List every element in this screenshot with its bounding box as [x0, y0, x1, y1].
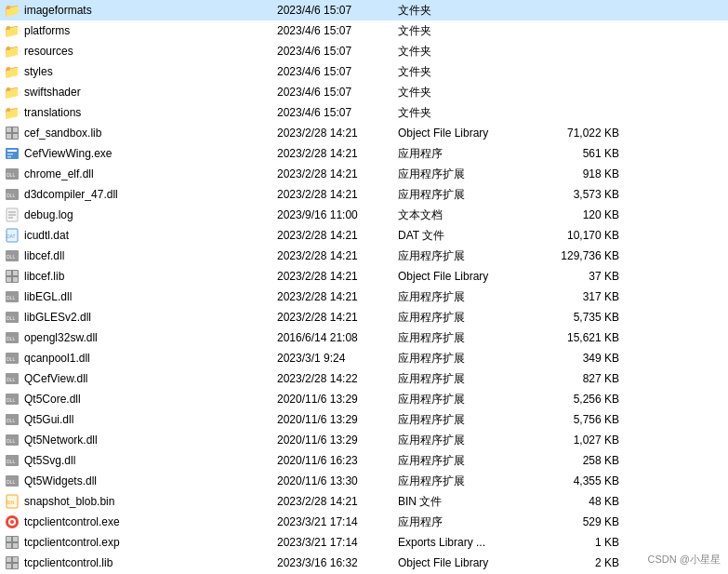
file-name-text: resources [24, 45, 73, 58]
file-row[interactable]: translations 2023/4/6 15:07 文件夹 [0, 102, 728, 123]
file-row[interactable]: BIN snapshot_blob.bin 2023/2/28 14:21 BI… [0, 491, 728, 512]
file-row[interactable]: DAT icudtl.dat 2023/2/28 14:21 DAT 文件 10… [0, 225, 728, 246]
file-name-text: qcanpool1.dll [24, 352, 90, 365]
svg-text:DLL: DLL [7, 418, 15, 423]
file-name-col: resources [4, 43, 273, 60]
file-name-text: libEGL.dll [24, 290, 72, 303]
file-name-col: DLL libGLESv2.dll [4, 309, 273, 326]
file-size: 258 KB [543, 454, 627, 467]
file-row[interactable]: swiftshader 2023/4/6 15:07 文件夹 [0, 82, 728, 102]
file-row[interactable]: CefViewWing.exe 2023/2/28 14:21 应用程序 561… [0, 143, 728, 164]
file-size: 2 KB [543, 556, 627, 569]
file-name-text: chrome_elf.dll [24, 167, 94, 180]
file-row[interactable]: DLL chrome_elf.dll 2023/2/28 14:21 应用程序扩… [0, 164, 728, 184]
file-type: 应用程序 [394, 146, 543, 162]
file-name-text: cef_sandbox.lib [24, 127, 101, 140]
watermark: CSDN @小星星 [648, 553, 721, 567]
file-size: 5,756 KB [543, 413, 627, 426]
svg-rect-8 [7, 156, 11, 158]
file-name-col: cef_sandbox.lib [4, 125, 273, 141]
folder-icon [4, 84, 20, 100]
file-date: 2016/6/14 21:08 [273, 331, 394, 344]
file-type: Object File Library [394, 270, 543, 283]
file-type: 文件夹 [394, 23, 543, 39]
file-type: Exports Library ... [394, 536, 543, 549]
file-list: imageformats 2023/4/6 15:07 文件夹 platform… [0, 0, 728, 574]
file-row[interactable]: DLL opengl32sw.dll 2016/6/14 21:08 应用程序扩… [0, 327, 728, 348]
file-row[interactable]: cef_sandbox.lib 2023/2/28 14:21 Object F… [0, 123, 728, 143]
file-name-col: DLL Qt5Svg.dll [4, 452, 273, 469]
file-size: 529 KB [543, 515, 627, 528]
file-size: 561 KB [543, 147, 627, 160]
file-row[interactable]: DLL d3dcompiler_47.dll 2023/2/28 14:21 应… [0, 184, 728, 205]
svg-rect-22 [7, 271, 11, 275]
file-row[interactable]: DLL QCefView.dll 2023/2/28 14:22 应用程序扩展 … [0, 368, 728, 389]
file-row[interactable]: DLL libEGL.dll 2023/2/28 14:21 应用程序扩展 31… [0, 287, 728, 307]
file-name-col: DLL Qt5Widgets.dll [4, 473, 273, 489]
file-type: 文件夹 [394, 3, 543, 19]
file-row[interactable]: tcpclientcontrol.exe 2023/3/21 17:14 应用程… [0, 512, 728, 532]
file-row[interactable]: DLL libGLESv2.dll 2023/2/28 14:21 应用程序扩展… [0, 307, 728, 327]
file-date: 2020/11/6 13:29 [273, 434, 394, 447]
file-row[interactable]: tcpclientcontrol.lib 2023/3/16 16:32 Obj… [0, 553, 728, 573]
dll-icon: DLL [4, 411, 20, 428]
file-date: 2023/2/28 14:21 [273, 311, 394, 324]
file-row[interactable]: DLL Qt5Gui.dll 2020/11/6 13:29 应用程序扩展 5,… [0, 409, 728, 430]
file-row[interactable]: DLL Qt5Widgets.dll 2020/11/6 13:30 应用程序扩… [0, 471, 728, 491]
lib-icon [4, 268, 20, 285]
svg-rect-1 [7, 127, 11, 132]
file-row[interactable]: imageformats 2023/4/6 15:07 文件夹 [0, 0, 728, 20]
file-name-text: Qt5Core.dll [24, 393, 81, 406]
svg-rect-7 [7, 154, 13, 155]
svg-text:DLL: DLL [7, 295, 15, 300]
file-date: 2020/11/6 13:29 [273, 393, 394, 406]
file-type: 应用程序扩展 [394, 433, 543, 448]
file-type: 应用程序扩展 [394, 392, 543, 407]
file-row[interactable]: DLL Qt5Svg.dll 2020/11/6 16:23 应用程序扩展 25… [0, 450, 728, 471]
file-name-text: Qt5Network.dll [24, 434, 98, 447]
file-type: 应用程序扩展 [394, 310, 543, 326]
file-date: 2023/2/28 14:21 [273, 290, 394, 303]
file-date: 2023/4/6 15:07 [273, 86, 394, 99]
svg-rect-53 [13, 537, 18, 541]
file-name-text: icudtl.dat [24, 229, 69, 242]
file-size: 129,736 KB [543, 249, 627, 262]
svg-text:DLL: DLL [7, 193, 15, 198]
svg-rect-52 [7, 537, 11, 541]
lib-icon [4, 554, 20, 571]
file-name-text: swiftshader [24, 86, 81, 99]
file-name-text: platforms [24, 24, 70, 37]
file-row[interactable]: debug.log 2023/9/16 11:00 文本文档 120 KB [0, 205, 728, 225]
svg-rect-55 [13, 543, 18, 548]
svg-text:DLL: DLL [7, 172, 15, 178]
file-row[interactable]: DLL Qt5Core.dll 2020/11/6 13:29 应用程序扩展 5… [0, 389, 728, 409]
file-row[interactable]: styles 2023/4/6 15:07 文件夹 [0, 61, 728, 82]
dll-icon: DLL [4, 350, 20, 367]
svg-rect-59 [7, 564, 11, 568]
dll-icon: DLL [4, 166, 20, 182]
file-row[interactable]: DLL qcanpool1.dll 2023/3/1 9:24 应用程序扩展 3… [0, 348, 728, 368]
file-type: 应用程序扩展 [394, 371, 543, 387]
folder-icon [4, 43, 20, 60]
lib-icon [4, 125, 20, 141]
file-row[interactable]: tcpclientcontrol.exp 2023/3/21 17:14 Exp… [0, 532, 728, 553]
file-row[interactable]: resources 2023/4/6 15:07 文件夹 [0, 41, 728, 61]
file-row[interactable]: platforms 2023/4/6 15:07 文件夹 [0, 20, 728, 41]
dat-icon: DAT [4, 227, 20, 244]
file-name-text: imageformats [24, 4, 92, 17]
file-row[interactable]: DLL Qt5Network.dll 2020/11/6 13:29 应用程序扩… [0, 430, 728, 450]
file-type: 应用程序扩展 [394, 474, 543, 489]
file-name-text: debug.log [24, 208, 73, 221]
svg-text:DLL: DLL [7, 479, 15, 485]
file-name-col: CefViewWing.exe [4, 145, 273, 162]
file-size: 37 KB [543, 270, 627, 283]
file-name-text: Qt5Gui.dll [24, 413, 73, 426]
svg-rect-23 [13, 271, 18, 275]
file-name-col: DLL Qt5Core.dll [4, 391, 273, 407]
file-name-col: tcpclientcontrol.exe [4, 514, 273, 530]
dll-icon: DLL [4, 329, 20, 346]
folder-icon [4, 22, 20, 39]
file-row[interactable]: DLL libcef.dll 2023/2/28 14:21 应用程序扩展 12… [0, 246, 728, 266]
file-name-col: debug.log [4, 207, 273, 223]
file-row[interactable]: libcef.lib 2023/2/28 14:21 Object File L… [0, 266, 728, 287]
